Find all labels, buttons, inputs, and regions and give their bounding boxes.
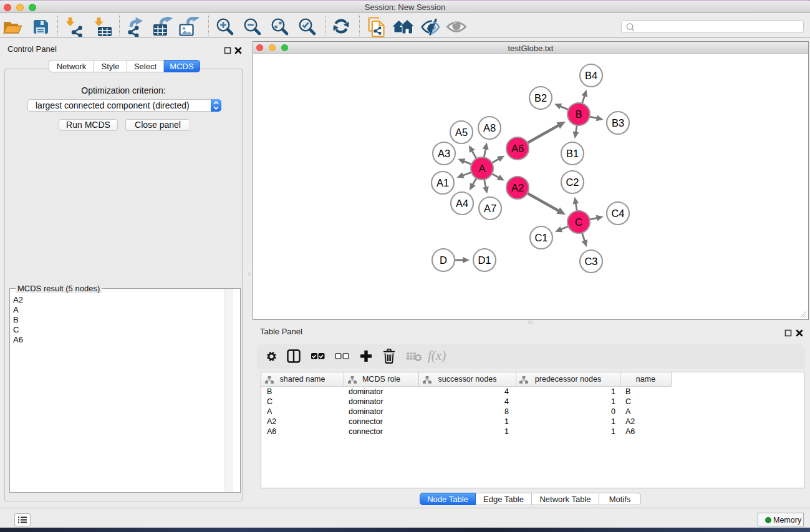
svg-text:C2: C2 — [566, 177, 579, 188]
svg-text:B: B — [575, 109, 582, 120]
svg-text:A6: A6 — [511, 143, 524, 154]
svg-text:B2: B2 — [534, 92, 547, 104]
svg-text:A: A — [478, 163, 485, 174]
svg-text:A2: A2 — [511, 182, 524, 193]
svg-text:D1: D1 — [478, 254, 491, 266]
svg-text:A8: A8 — [483, 122, 496, 133]
svg-text:B3: B3 — [612, 117, 624, 128]
svg-text:C3: C3 — [584, 256, 597, 267]
svg-text:B1: B1 — [566, 148, 579, 159]
svg-text:C1: C1 — [534, 232, 547, 243]
svg-text:A1: A1 — [436, 177, 449, 188]
svg-text:A4: A4 — [456, 198, 468, 209]
svg-text:C4: C4 — [611, 208, 624, 219]
svg-text:A5: A5 — [455, 127, 468, 138]
svg-text:A3: A3 — [438, 148, 450, 159]
svg-text:B4: B4 — [585, 70, 597, 81]
svg-text:D: D — [440, 254, 447, 266]
svg-text:C: C — [575, 216, 582, 228]
svg-text:A7: A7 — [484, 203, 496, 214]
